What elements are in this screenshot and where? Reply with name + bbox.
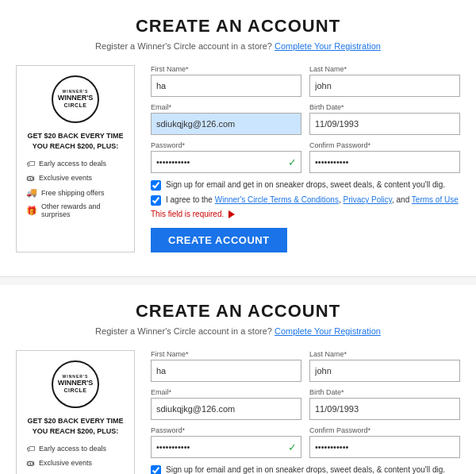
sidebar-benefits: 🏷 Early access to deals 🎟 Exclusive even…	[26, 159, 125, 218]
benefit-item: 🎁 Other rewards and surprises	[26, 202, 125, 218]
benefit-item: 🎟 Exclusive events	[26, 173, 125, 183]
section-divider	[0, 277, 476, 285]
form-area-1: First Name* Last Name* Email* Birth Date	[151, 65, 460, 252]
create-account-button-1[interactable]: CREATE ACCOUNT	[151, 228, 287, 252]
logo-container: WINNER'S WINNER'S CIRCLE	[26, 75, 125, 123]
email-input-2[interactable]	[151, 398, 301, 420]
first-name-label-2: First Name*	[151, 350, 301, 358]
dob-input[interactable]	[309, 113, 460, 135]
first-name-label: First Name*	[151, 65, 301, 73]
benefit-item: 🏷 Early access to deals	[26, 444, 125, 453]
checkbox-email-row-2: Sign up for email and get in on sneaker …	[151, 464, 460, 474]
confirm-password-label-2: Confirm Password*	[309, 426, 460, 434]
password-row-2: Password* ✓ Confirm Password*	[151, 426, 460, 458]
error-arrow-icon	[228, 210, 235, 218]
password-group: Password* ✓	[151, 141, 301, 173]
confirm-password-label: Confirm Password*	[309, 141, 460, 149]
name-row: First Name* Last Name*	[151, 65, 460, 97]
benefit-item: 🚚 Free shipping offers	[26, 187, 125, 198]
password-group-2: Password* ✓	[151, 426, 301, 458]
benefit-item: 🏷 Early access to deals	[26, 159, 125, 168]
password-label-2: Password*	[151, 426, 301, 434]
email-dob-row-2: Email* Birth Date*	[151, 388, 460, 420]
terms-checkbox[interactable]	[151, 195, 161, 206]
sidebar-tagline: GET $20 BACK EVERY TIME YOU REACH $200, …	[26, 131, 125, 151]
email-group: Email*	[151, 103, 301, 135]
password-input-2[interactable]	[151, 436, 301, 458]
logo-circle: WINNER'S WINNER'S CIRCLE	[52, 75, 99, 123]
dob-input-2[interactable]	[309, 398, 460, 420]
checkmark-icon: ✓	[288, 156, 297, 168]
email-signup-label-2: Sign up for email and get in on sneaker …	[166, 464, 445, 474]
complete-registration-link-2[interactable]: Complete Your Registration	[274, 326, 381, 336]
confirm-password-input-2[interactable]	[309, 436, 460, 458]
dob-group: Birth Date*	[309, 103, 460, 135]
logo-circle-2: WINNER'S WINNER'S CIRCLE	[52, 360, 99, 408]
email-signup-checkbox[interactable]	[151, 180, 161, 191]
last-name-group: Last Name*	[309, 65, 460, 97]
email-label-2: Email*	[151, 388, 301, 396]
ticket-icon: 🎟	[26, 173, 35, 183]
tag-icon-2: 🏷	[26, 444, 35, 453]
email-signup-checkbox-2[interactable]	[151, 465, 161, 474]
email-label: Email*	[151, 103, 301, 111]
password-input[interactable]	[151, 151, 301, 173]
checkbox-terms-row: I agree to the Winner's Circle Terms & C…	[151, 195, 460, 206]
gift-icon: 🎁	[26, 206, 37, 216]
email-signup-label: Sign up for email and get in on sneaker …	[166, 179, 445, 191]
terms-of-use-link[interactable]: Terms of Use	[412, 195, 459, 204]
ticket-icon-2: 🎟	[26, 458, 35, 468]
sidebar-2: WINNER'S WINNER'S CIRCLE GET $20 BACK EV…	[16, 350, 135, 474]
email-group-2: Email*	[151, 388, 301, 420]
confirm-password-group-2: Confirm Password*	[309, 426, 460, 458]
terms-text: I agree to the Winner's Circle Terms & C…	[166, 195, 459, 206]
dob-label: Birth Date*	[309, 103, 460, 111]
section-2: CREATE AN ACCOUNT Register a Winner's Ci…	[0, 285, 476, 474]
last-name-group-2: Last Name*	[309, 350, 460, 382]
complete-registration-link-1[interactable]: Complete Your Registration	[274, 41, 381, 51]
content-row-2: WINNER'S WINNER'S CIRCLE GET $20 BACK EV…	[16, 350, 460, 474]
tag-icon: 🏷	[26, 159, 35, 168]
checkmark-icon-2: ✓	[288, 441, 297, 453]
first-name-input[interactable]	[151, 75, 301, 97]
password-row: Password* ✓ Confirm Password*	[151, 141, 460, 173]
terms-link[interactable]: Winner's Circle Terms & Conditions	[215, 195, 339, 204]
page-title-1: CREATE AN ACCOUNT	[16, 16, 460, 37]
error-text: This field is required.	[151, 210, 224, 218]
subtitle-2: Register a Winner's Circle account in a …	[16, 326, 460, 336]
first-name-input-2[interactable]	[151, 360, 301, 382]
last-name-input-2[interactable]	[309, 360, 460, 382]
checkbox-email-row: Sign up for email and get in on sneaker …	[151, 179, 460, 191]
content-row-1: WINNER'S WINNER'S CIRCLE GET $20 BACK EV…	[16, 65, 460, 252]
name-row-2: First Name* Last Name*	[151, 350, 460, 382]
password-input-wrapper-2: ✓	[151, 436, 301, 458]
last-name-label-2: Last Name*	[309, 350, 460, 358]
section-1: CREATE AN ACCOUNT Register a Winner's Ci…	[0, 0, 476, 277]
first-name-group: First Name*	[151, 65, 301, 97]
confirm-password-input[interactable]	[309, 151, 460, 173]
form-area-2: First Name* Last Name* Email* Birth Date	[151, 350, 460, 474]
logo-container-2: WINNER'S WINNER'S CIRCLE	[26, 360, 125, 408]
password-input-wrapper: ✓	[151, 151, 301, 173]
subtitle-1: Register a Winner's Circle account in a …	[16, 41, 460, 51]
privacy-link[interactable]: Privacy Policy	[344, 195, 393, 204]
email-input[interactable]	[151, 113, 301, 135]
truck-icon: 🚚	[26, 187, 37, 198]
dob-label-2: Birth Date*	[309, 388, 460, 396]
sidebar-benefits-2: 🏷 Early access to deals 🎟 Exclusive even…	[26, 444, 125, 474]
password-label: Password*	[151, 141, 301, 149]
sidebar-tagline-2: GET $20 BACK EVERY TIME YOU REACH $200, …	[26, 416, 125, 436]
sidebar-1: WINNER'S WINNER'S CIRCLE GET $20 BACK EV…	[16, 65, 135, 252]
last-name-label: Last Name*	[309, 65, 460, 73]
last-name-input[interactable]	[309, 75, 460, 97]
dob-group-2: Birth Date*	[309, 388, 460, 420]
confirm-password-group: Confirm Password*	[309, 141, 460, 173]
page-title-2: CREATE AN ACCOUNT	[16, 301, 460, 322]
email-dob-row: Email* Birth Date*	[151, 103, 460, 135]
error-message: This field is required.	[151, 210, 460, 218]
benefit-item: 🎟 Exclusive events	[26, 458, 125, 468]
first-name-group-2: First Name*	[151, 350, 301, 382]
